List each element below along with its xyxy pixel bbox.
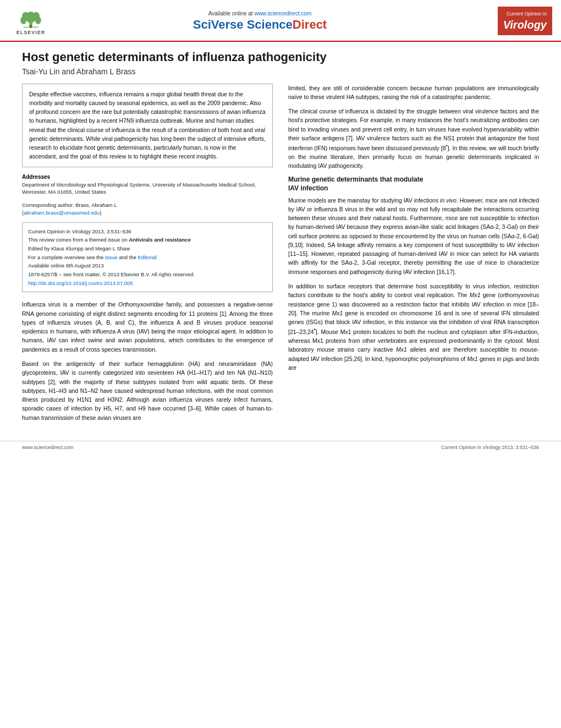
page: ELSEVIER Available online at www.science…	[0, 0, 561, 728]
right-section1-para2: In addition to surface receptors that de…	[288, 282, 539, 372]
elsevier-text: ELSEVIER	[16, 30, 46, 35]
page-footer: www.sciencedirect.com Current Opinion in…	[0, 441, 561, 453]
elsevier-logo: ELSEVIER	[9, 4, 53, 37]
svg-rect-6	[30, 25, 32, 28]
right-section1-para1: Murine models are the mainstay for study…	[288, 196, 539, 276]
info-line4: For a complete overview see the Issue an…	[28, 253, 267, 262]
journal-badge: Current Opinion in Virology	[498, 7, 552, 35]
abstract-text: Despite effective vaccines, influenza re…	[29, 90, 266, 161]
journal-badge-current: Current Opinion in	[507, 11, 547, 17]
editorial-link[interactable]: Editorial	[138, 254, 157, 260]
corr-author-label: Corresponding author: Brass, Abraham L	[22, 202, 117, 208]
sciverse-part2: Direct	[293, 18, 327, 31]
left-para1: Influenza virus is a member of the Ortho…	[22, 300, 273, 354]
abstract-box: Despite effective vaccines, influenza re…	[22, 84, 273, 167]
info-line1: Current Opinion in Virology 2013, 3:531–…	[28, 227, 267, 236]
right-para2: The clinical course of influenza is dict…	[288, 107, 539, 170]
available-online-text: Available online at www.sciencedirect.co…	[53, 10, 467, 17]
issue-link[interactable]: Issue	[105, 254, 118, 260]
info-line2: This review comes from a themed issue on…	[28, 236, 267, 244]
corresponding-author: Corresponding author: Brass, Abraham L (…	[22, 201, 273, 217]
article-title: Host genetic determinants of influenza p…	[22, 50, 539, 65]
elsevier-tree-icon	[17, 7, 45, 29]
footer-journal: Current Opinion in Virology 2013, 3:531–…	[441, 445, 539, 450]
info-line3: Edited by Klaus Klumpp and Megan L Shaw	[28, 244, 267, 253]
main-content: Host genetic determinants of influenza p…	[0, 42, 561, 435]
info-line5: Available online 8th August 2013	[28, 261, 267, 270]
doi-link[interactable]: http://dx.doi.org/10.1016/j.coviro.2013.…	[28, 280, 133, 286]
left-para2: Based on the antigenicity of their surfa…	[22, 359, 273, 422]
info-box: Current Opinion in Virology 2013, 3:531–…	[22, 222, 273, 293]
two-column-layout: Despite effective vaccines, influenza re…	[22, 84, 539, 428]
addresses-text: Department of Microbiology and Physiolog…	[22, 181, 273, 196]
article-authors: Tsai-Yu Lin and Abraham L Brass	[22, 67, 539, 76]
right-para1: limited, they are still of considerable …	[288, 84, 539, 102]
svg-point-5	[35, 17, 41, 24]
info-doi: http://dx.doi.org/10.1016/j.coviro.2013.…	[28, 279, 267, 288]
addresses-label: Addresses	[22, 174, 273, 180]
corr-author-email[interactable]: abraham.brass@umassmed.edu	[24, 210, 100, 216]
svg-point-4	[20, 17, 26, 24]
footer-url: www.sciencedirect.com	[22, 445, 74, 450]
header-center: Available online at www.sciencedirect.co…	[53, 10, 467, 32]
journal-badge-virology: Virology	[503, 18, 547, 32]
section1-heading: Murine genetic determinants that modulat…	[288, 176, 539, 193]
addresses-section: Addresses Department of Microbiology and…	[22, 174, 273, 196]
right-column: limited, they are still of considerable …	[288, 84, 539, 428]
header: ELSEVIER Available online at www.science…	[0, 0, 561, 42]
sciverse-url-link[interactable]: www.sciencedirect.com	[254, 10, 311, 17]
header-right: Current Opinion in Virology	[467, 7, 552, 35]
info-line6: 1879-6257/$ – see front matter, © 2013 E…	[28, 270, 267, 279]
left-column: Despite effective vaccines, influenza re…	[22, 84, 273, 428]
sciverse-title: SciVerse ScienceDirect	[53, 18, 467, 32]
sciverse-part1: SciVerse Science	[193, 18, 293, 31]
